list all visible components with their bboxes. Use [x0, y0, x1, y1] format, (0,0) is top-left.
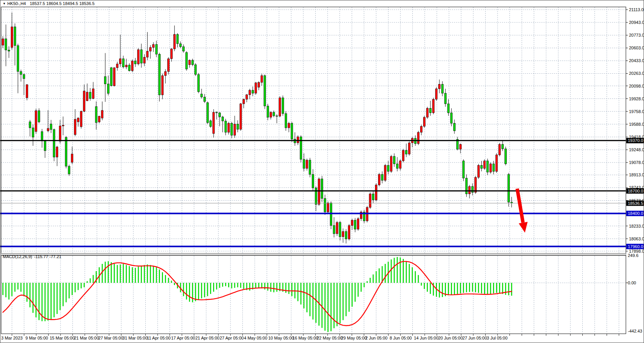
candle-body	[47, 128, 49, 131]
candle-body	[195, 65, 197, 74]
macd-histogram-bar	[469, 283, 470, 292]
candle-body	[441, 84, 443, 93]
price-axis-label: 20943.0	[629, 20, 644, 25]
macd-histogram-bar	[288, 283, 289, 294]
macd-scale-label: 249.6	[628, 253, 639, 258]
candle-body	[225, 121, 227, 132]
candle-body	[297, 137, 299, 143]
candle-body	[405, 150, 407, 154]
macd-histogram-bar	[132, 267, 133, 283]
price-axis-label: 20773.0	[629, 33, 644, 37]
candle-body	[59, 126, 61, 141]
candle-body	[20, 71, 22, 74]
candle-body	[249, 90, 251, 95]
price-axis-label: 19758.0	[629, 109, 644, 114]
time-axis-label: 21 Apr 05:00	[195, 336, 219, 340]
candle-body	[95, 106, 97, 123]
candle-body	[484, 161, 486, 168]
macd-histogram-bar	[144, 265, 145, 283]
candle-body	[26, 84, 28, 98]
macd-histogram-bar	[406, 261, 407, 283]
macd-histogram-bar	[213, 283, 214, 292]
macd-histogram-bar	[111, 262, 112, 283]
candle-body	[351, 220, 353, 226]
macd-histogram-bar	[69, 283, 70, 298]
macd-histogram-bar	[147, 264, 148, 283]
candle-body	[478, 166, 479, 177]
macd-histogram-bar	[216, 283, 217, 289]
macd-histogram-bar	[150, 265, 151, 283]
macd-histogram-bar	[376, 271, 377, 283]
candle-body	[44, 141, 46, 150]
candle-body	[375, 185, 377, 200]
macd-histogram-bar	[219, 283, 220, 288]
macd-histogram-bar	[87, 281, 88, 283]
time-axis-label: 15 Mar 05:00	[50, 336, 75, 340]
macd-histogram-bar	[47, 283, 49, 321]
macd-histogram-bar	[490, 283, 491, 294]
candle-body	[146, 51, 148, 57]
macd-histogram-bar	[183, 283, 184, 296]
time-axis-label: 2 Jun 05:00	[365, 336, 388, 340]
macd-histogram-bar	[84, 283, 85, 287]
macd-histogram-bar	[370, 278, 371, 283]
macd-histogram-bar	[475, 283, 476, 292]
chart-window: 21113.020943.020773.020603.020433.020263…	[0, 0, 644, 343]
candle-body	[342, 231, 344, 237]
candle-body	[53, 130, 55, 157]
candle-body	[23, 74, 25, 79]
candle-body	[50, 124, 52, 130]
time-axis-label: 3 Jul 05:00	[487, 336, 508, 340]
time-axis-label: 21 Mar 05:00	[74, 336, 99, 340]
candle-body	[435, 89, 437, 99]
candle-body	[387, 166, 389, 172]
candle-body	[243, 99, 245, 104]
candle-body	[101, 110, 103, 118]
macd-histogram-bar	[348, 283, 350, 312]
candle-body	[155, 44, 157, 54]
candle-body	[369, 194, 371, 208]
time-axis-label: 17 Apr 05:00	[171, 336, 195, 340]
macd-histogram-bar	[267, 283, 269, 291]
macd-histogram-bar	[466, 283, 467, 292]
candle-body	[417, 132, 419, 144]
macd-histogram-bar	[508, 283, 509, 295]
candle-body	[279, 98, 281, 116]
candle-body	[273, 112, 275, 116]
macd-histogram-bar	[5, 283, 7, 297]
candle-body	[8, 50, 10, 51]
collapse-triangle-icon[interactable]: ▼	[3, 2, 6, 5]
panel-separator[interactable]	[1, 253, 626, 255]
candle-body	[402, 150, 404, 161]
candle-body	[390, 156, 392, 171]
chart-canvas[interactable]: 21113.020943.020773.020603.020433.020263…	[0, 0, 644, 343]
candle-body	[426, 108, 428, 117]
macd-histogram-bar	[451, 283, 452, 295]
candle-body	[339, 223, 341, 237]
macd-histogram-bar	[141, 265, 142, 283]
candle-body	[35, 111, 37, 132]
macd-indicator-label: MACD(12,26,9)-115.77 -77.21	[3, 254, 63, 259]
price-badge-label: 19370.0	[628, 138, 643, 143]
macd-histogram-bar	[108, 261, 109, 283]
candle-body	[276, 116, 278, 117]
macd-histogram-bar	[442, 283, 443, 297]
macd-histogram-bar	[231, 283, 232, 288]
candle-body	[444, 93, 446, 104]
macd-histogram-bar	[306, 283, 308, 312]
time-axis-label: 27 Jun 05:00	[462, 336, 487, 340]
candle-body	[439, 84, 441, 89]
macd-histogram-bar	[72, 283, 73, 295]
candle-body	[333, 225, 335, 233]
price-axis-label: 20603.0	[629, 46, 644, 50]
candle-body	[487, 161, 489, 172]
macd-histogram-bar	[427, 283, 428, 292]
macd-histogram-bar	[156, 267, 157, 283]
candle-body	[137, 50, 139, 64]
candle-body	[83, 91, 85, 112]
macd-histogram-bar	[198, 283, 199, 299]
candle-body	[143, 57, 145, 63]
macd-histogram-bar	[14, 283, 15, 292]
time-axis-label: 8 Jun 05:00	[390, 336, 412, 340]
candle-body	[309, 160, 311, 174]
